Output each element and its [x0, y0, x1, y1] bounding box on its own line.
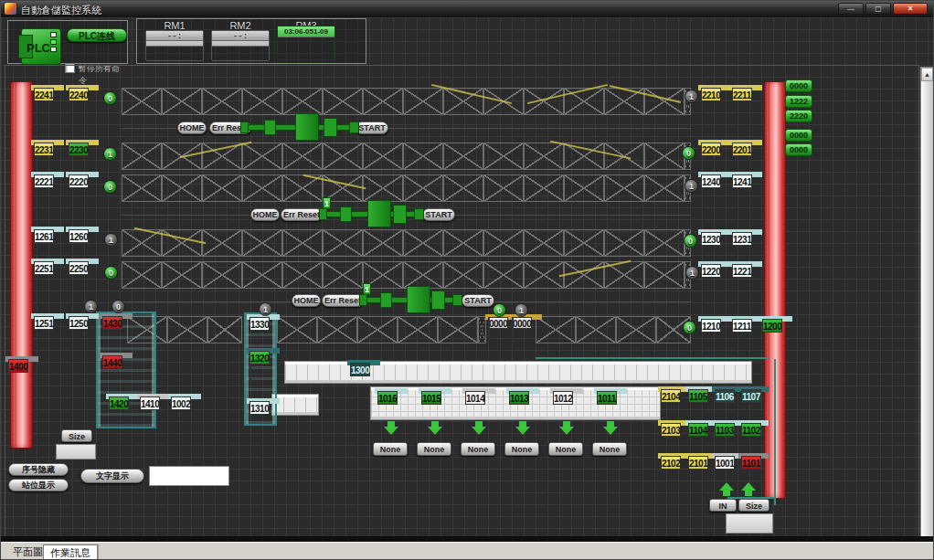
cell-bottom-value: 1002: [171, 396, 191, 410]
none-button[interactable]: None: [373, 442, 408, 456]
up-arrow-icon: [719, 482, 734, 496]
rack-bay: [323, 229, 363, 257]
track-line: [774, 359, 776, 505]
hazard-pattern: [488, 317, 490, 341]
none-button[interactable]: None: [504, 442, 539, 456]
size-button-left[interactable]: Size: [61, 429, 92, 442]
cell-bottom-value: 2220: [69, 174, 89, 188]
cell-bottom-value: 1261: [34, 229, 54, 243]
cell-bottom-value: 1013: [509, 391, 529, 405]
none-button[interactable]: None: [417, 442, 451, 456]
cell-bottom-value: 1210: [701, 319, 721, 333]
rack-level-button[interactable]: 1222: [785, 95, 812, 108]
rack-bay: [242, 261, 282, 289]
size-input-left[interactable]: [56, 444, 96, 460]
cell-bottom-value: 1220: [701, 264, 721, 278]
rack-bay: [162, 261, 202, 289]
cell-bottom-value: 1106: [715, 389, 735, 403]
rack-bay: [644, 229, 685, 257]
seq-hide-button[interactable]: 序号隐藏: [8, 463, 69, 476]
cell-bottom-value: 2250: [69, 261, 89, 275]
led-indicator: 1: [103, 147, 117, 161]
led-indicator: 0: [103, 180, 117, 194]
rack-bay: [524, 261, 564, 289]
plc-panel: PLC PLC连线 暫停所有命令: [7, 20, 128, 64]
none-button[interactable]: None: [461, 442, 495, 456]
rack-bay: [443, 143, 483, 170]
down-arrow-icon: [603, 421, 618, 435]
rack-level-button[interactable]: 0000: [785, 79, 812, 92]
home-button[interactable]: HOME: [292, 294, 321, 307]
rack-bay: [242, 143, 282, 170]
rack-level-button[interactable]: 2220: [785, 110, 812, 122]
rm-display-line: 03:06-051-09: [278, 26, 334, 37]
cell-bottom-value: 1211: [732, 319, 752, 333]
cell-bottom-value: 1420: [109, 396, 129, 410]
rm-display-rm3: 00022688IN03:06-051-09: [277, 26, 335, 60]
cell-bottom-value: 1240: [701, 174, 721, 188]
buffer-bar-left: [10, 81, 33, 449]
in-button[interactable]: IN: [709, 499, 737, 512]
scroll-up-button[interactable]: ▲: [921, 68, 933, 81]
cell-bottom-value: 2221: [34, 174, 54, 188]
rack-bay: [323, 88, 363, 115]
led-indicator: 1: [84, 300, 98, 313]
up-arrow-icon: [741, 482, 756, 496]
rack-bay: [403, 229, 443, 257]
tab-messages[interactable]: 作業訊息: [43, 544, 98, 560]
led-indicator: 1: [259, 302, 272, 316]
start-button[interactable]: START: [462, 294, 494, 307]
rack-level-button[interactable]: 0000: [785, 129, 812, 142]
cell-bottom-value: 1260: [69, 229, 89, 243]
size-input-right[interactable]: [726, 513, 773, 534]
text-input[interactable]: [149, 466, 229, 486]
station-show-button[interactable]: 站位显示: [8, 479, 69, 491]
rack-bay: [576, 316, 616, 343]
rack-bay: [282, 261, 323, 289]
size-button-right[interactable]: Size: [738, 499, 769, 512]
cell-bottom-value: 1251: [34, 316, 54, 330]
rack-bay: [363, 174, 403, 202]
plc-connect-button[interactable]: PLC连线: [67, 28, 127, 42]
led-indicator: 0: [682, 146, 695, 160]
rack-bay: [167, 316, 207, 343]
start-button[interactable]: START: [356, 122, 388, 134]
rack-bay: [202, 261, 242, 289]
rack-bay: [443, 229, 483, 257]
none-button[interactable]: None: [548, 442, 583, 456]
cell-bottom-value: 1300: [350, 363, 370, 376]
rack-bay: [616, 316, 656, 343]
rm-display-rm2: - - :: [211, 30, 270, 61]
rack-bay: [644, 174, 685, 202]
home-button[interactable]: HOME: [177, 122, 207, 134]
track-line: [727, 497, 775, 499]
led-indicator: 1: [515, 303, 528, 317]
rack-bay: [564, 174, 604, 202]
home-button[interactable]: HOME: [250, 208, 280, 221]
cell-bottom-value: 1001: [715, 456, 735, 470]
title-bar: 自動倉儲監控系統 — ▢ ✕: [1, 1, 933, 18]
cell-bottom-value: 1231: [732, 232, 752, 246]
err-reset-button[interactable]: Err Reset: [281, 208, 323, 221]
rm-display-line: - - :: [212, 31, 269, 41]
start-button[interactable]: START: [422, 208, 455, 221]
cell-bottom-value: 2102: [661, 456, 681, 470]
rack-bay: [443, 261, 483, 289]
led-indicator: 0: [493, 303, 506, 317]
none-button[interactable]: None: [592, 442, 627, 456]
rack-bay: [357, 316, 398, 343]
cell-bottom-value: 1230: [701, 232, 721, 246]
rack-level-button[interactable]: 0000: [785, 143, 812, 156]
vertical-scrollbar[interactable]: ▲ ▼: [920, 67, 934, 555]
maximize-button[interactable]: ▢: [865, 3, 891, 15]
text-show-button[interactable]: 文字显示: [80, 469, 144, 483]
cell-bottom-value: 1011: [597, 391, 617, 405]
cell-bottom-value: 1400: [8, 359, 28, 373]
rack-bay: [483, 174, 524, 202]
rm-display-rm1: - - :: [145, 30, 204, 61]
led-indicator: 0: [103, 91, 117, 105]
close-button[interactable]: ✕: [893, 3, 928, 15]
err-reset-button[interactable]: Err Reset: [322, 294, 364, 307]
minimize-button[interactable]: —: [838, 3, 864, 15]
rack-bay: [403, 261, 443, 289]
